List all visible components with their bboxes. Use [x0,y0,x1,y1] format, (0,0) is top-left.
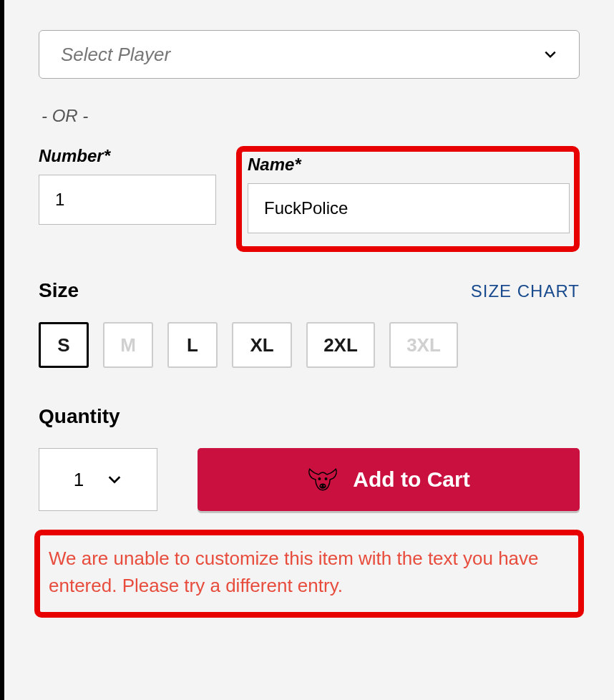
error-message: We are unable to customize this item wit… [34,530,584,618]
name-label: Name* [248,155,570,175]
select-player-dropdown[interactable]: Select Player [39,30,580,79]
name-field-highlight: Name* [236,146,580,252]
svg-point-2 [320,484,326,489]
size-chart-link[interactable]: SIZE CHART [471,281,580,301]
bull-icon [307,465,338,494]
size-option-m: M [103,322,153,368]
number-input[interactable] [39,175,216,225]
number-label: Number* [39,146,223,166]
quantity-value: 1 [74,469,84,491]
size-option-s[interactable]: S [39,322,89,368]
size-option-l[interactable]: L [167,322,218,368]
or-divider: - OR - [42,106,577,126]
size-option-3xl: 3XL [389,322,458,368]
svg-point-0 [318,477,321,480]
name-input[interactable] [248,183,570,233]
size-option-2xl[interactable]: 2XL [306,322,375,368]
select-player-placeholder: Select Player [61,44,170,66]
chevron-down-icon [543,47,557,62]
quantity-select[interactable]: 1 [39,448,157,511]
chevron-down-icon [107,472,122,487]
svg-point-3 [321,485,322,487]
size-label: Size [39,279,79,302]
add-to-cart-label: Add to Cart [353,467,469,492]
svg-point-4 [323,485,325,487]
quantity-label: Quantity [39,405,580,428]
add-to-cart-button[interactable]: Add to Cart [198,448,580,511]
svg-point-1 [325,477,328,480]
size-option-xl[interactable]: XL [232,322,292,368]
